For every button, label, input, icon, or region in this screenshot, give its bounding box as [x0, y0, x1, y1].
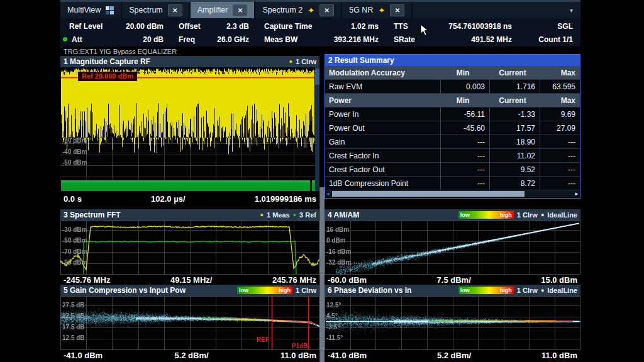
scroll-right-icon[interactable]: ▸	[575, 190, 578, 197]
y-tick: -3.5°	[326, 324, 340, 331]
phase-deviation-canvas[interactable]	[325, 296, 580, 350]
gradient-low-label: low	[239, 287, 248, 293]
x-stop: 15.0 dBm	[541, 275, 577, 285]
fft-canvas[interactable]	[60, 221, 319, 275]
field-freq[interactable]: Freq 26.0 GHz	[170, 33, 255, 46]
y-tick: -70 dBm	[62, 248, 87, 255]
y-tick: -30 dBm	[62, 137, 87, 144]
x-axis-row: -41.0 dBm 5.2 dBm/ 11.0 dBm	[60, 350, 319, 360]
window-title: 6 Phase Deviation vs In	[328, 286, 411, 295]
field-offset[interactable]: Offset 2.3 dB	[170, 19, 255, 33]
trace-label: 3 Ref	[299, 211, 316, 219]
window-title: 1 Magnitude Capture RF	[64, 57, 150, 66]
x-per-div: 5.2 dBm/	[437, 351, 471, 360]
tab-spectrum[interactable]: Spectrum ✕	[122, 2, 191, 18]
mouse-cursor	[420, 24, 429, 36]
tab-label: 5G NR	[349, 6, 373, 14]
tab-overflow-button[interactable]: ▾	[562, 2, 580, 18]
magnitude-plot[interactable]: Ref 20.000 dBm -30 dBm -40 dBm -50 dBm	[60, 67, 319, 193]
y-tick: 27.5 dB	[62, 302, 85, 309]
gain-compression-plot[interactable]: 27.5 dB 22.5 dB 17.5 dB 12.5 dB REF P1dB	[60, 296, 319, 350]
y-tick: -16 dBm	[326, 248, 351, 255]
ideal-line-dot-icon: ●	[541, 288, 544, 293]
sweep-mode-sgl: SGL	[518, 19, 580, 33]
capture-scrollbar[interactable]	[315, 67, 319, 191]
window-title: 4 AM/AM	[328, 211, 359, 219]
gradient-high-label: high	[500, 212, 512, 218]
window-title-bar[interactable]: 2 Result Summary	[325, 55, 580, 66]
window-title-bar[interactable]: 3 Spectrum FFT ● 1 Meas ● 3 Ref	[60, 209, 319, 221]
field-tts[interactable]: TTS 754.761003918 ns	[385, 19, 518, 33]
x-start: -245.76 MHz	[64, 275, 110, 285]
close-icon[interactable]: ✕	[168, 4, 182, 16]
field-att[interactable]: Att 20 dB	[60, 33, 170, 46]
table-row: Crest Factor In --- 11.02 ---	[325, 149, 580, 163]
x-per-div: 7.5 dBm/	[437, 275, 471, 285]
phase-deviation-plot[interactable]: 12.5° 4.5° -3.5° -11.5°	[325, 296, 580, 350]
x-stop: 11.0 dBm	[541, 351, 577, 360]
close-icon[interactable]: ✕	[390, 4, 404, 16]
tab-5gnr[interactable]: 5G NR ✦ ✕	[342, 2, 413, 18]
magnitude-canvas[interactable]	[60, 67, 319, 193]
field-capture-time[interactable]: Capture Time 1.02 ms	[255, 19, 385, 33]
screen-background: MultiView Spectrum ✕ Amplifier ✕ Spectru…	[0, 0, 644, 362]
field-ref-level[interactable]: Ref Level 20.00 dBm	[60, 19, 170, 33]
x-stop: 11.0 dBm	[280, 351, 316, 360]
tab-spectrum2[interactable]: Spectrum 2 ✦ ✕	[255, 2, 342, 18]
ref-marker-label: REF	[257, 336, 269, 343]
att-led-icon	[63, 37, 67, 41]
density-gradient-legend: low high	[458, 287, 514, 294]
gain-compression-canvas[interactable]	[60, 296, 319, 350]
capture-scrollbar-thumb[interactable]	[315, 69, 319, 85]
window-gain-compression: 5 Gain Compression vs Input Pow low high…	[60, 285, 319, 361]
trace-dot-icon: ●	[260, 212, 264, 218]
analysis-region-bar[interactable]	[61, 180, 315, 191]
y-tick: 12.5°	[326, 302, 341, 309]
ideal-line-label: IdealLine	[547, 211, 577, 219]
scroll-left-icon[interactable]: ◂	[326, 190, 330, 197]
y-tick: -90 dBm	[62, 259, 87, 266]
trace-label: 1 Clrw	[296, 287, 316, 294]
tab-amplifier[interactable]: Amplifier ✕	[191, 2, 256, 18]
y-tick: 0 dBm	[326, 237, 346, 244]
y-tick: 4.5°	[326, 312, 338, 319]
star-icon: ✦	[378, 6, 385, 14]
x-start: -41.0 dBm	[328, 351, 367, 360]
x-axis-row: 0.0 s 102.0 µs/ 1.019999186 ms	[60, 193, 319, 205]
table-row: Power In -56.11 -1.33 9.69	[325, 107, 580, 121]
am-am-canvas[interactable]	[325, 221, 580, 275]
window-title: 5 Gain Compression vs Input Pow	[64, 286, 186, 295]
fft-plot[interactable]: -30 dBm -50 dBm -70 dBm -90 dBm	[60, 221, 319, 275]
window-result-summary: 2 Result Summary Modulation Accuracy Min…	[325, 54, 580, 199]
x-per-div: 49.15 MHz/	[170, 275, 212, 285]
table-section-row: Modulation Accuracy Min Current Max	[325, 66, 580, 80]
y-tick: 22.5 dB	[62, 312, 85, 319]
table-row: 1dB Compression Point --- 8.72 ---	[325, 177, 580, 190]
pane-splitter[interactable]	[319, 187, 325, 362]
scrollbar-thumb[interactable]	[332, 191, 525, 197]
y-tick: -11.5°	[326, 334, 343, 341]
field-srate[interactable]: SRate 491.52 MHz	[385, 33, 518, 46]
gradient-low-label: low	[460, 287, 470, 293]
window-title-bar[interactable]: 5 Gain Compression vs Input Pow low high…	[60, 285, 319, 296]
table-h-scrollbar[interactable]: ◂ ▸	[326, 190, 579, 197]
x-per-div: 102.0 µs/	[151, 194, 185, 204]
trace-dot-icon: ●	[289, 59, 292, 65]
close-icon[interactable]: ✕	[319, 4, 334, 16]
ideal-line-dot-icon: ●	[541, 212, 544, 218]
y-tick: -30 dBm	[62, 226, 87, 233]
ideal-line-label: IdealLine	[547, 287, 577, 294]
tab-multiview[interactable]: MultiView	[60, 2, 122, 18]
am-am-plot[interactable]: 16 dBm 0 dBm -16 dBm -32 dBm	[325, 221, 580, 275]
field-meas-bw[interactable]: Meas BW 393.216 MHz	[255, 33, 385, 46]
trace-label: 1 Clrw	[517, 211, 538, 219]
x-start: 0.0 s	[64, 194, 82, 204]
window-title-bar[interactable]: 6 Phase Deviation vs In low high 1 Clrw …	[325, 285, 580, 296]
table-section-row: Power Min Current Max	[325, 94, 580, 107]
ref-level-line-label: Ref 20.000 dBm	[78, 72, 137, 81]
gradient-high-label: high	[500, 287, 512, 293]
window-title-bar[interactable]: 1 Magnitude Capture RF ● 1 Clrw	[60, 56, 319, 67]
close-icon[interactable]: ✕	[233, 4, 247, 16]
window-title-bar[interactable]: 4 AM/AM low high 1 Clrw ● IdealLine	[325, 209, 580, 221]
sweep-count: Count 1/1	[518, 33, 580, 46]
